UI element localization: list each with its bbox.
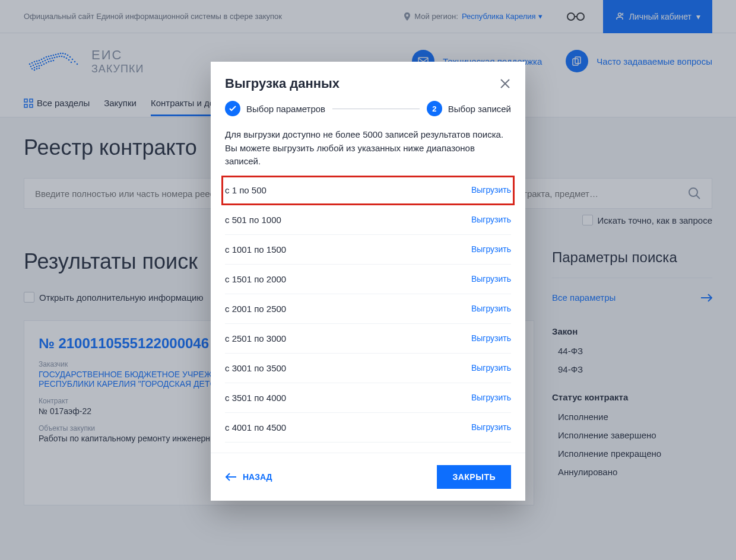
back-button[interactable]: НАЗАД — [225, 472, 272, 482]
export-range-button[interactable]: Выгрузить — [471, 363, 511, 373]
export-range-button[interactable]: Выгрузить — [471, 215, 511, 224]
modal-description: Для выгрузки доступно не более 5000 запи… — [211, 128, 525, 176]
step-2-number: 2 — [427, 101, 442, 116]
step-1: Выбор параметров — [225, 101, 325, 116]
export-range-button[interactable]: Выгрузить — [471, 333, 511, 343]
range-label: с 501 по 1000 — [225, 215, 281, 225]
range-label: с 4001 по 4500 — [225, 422, 286, 432]
export-range-button[interactable]: Выгрузить — [471, 274, 511, 284]
range-row: с 1001 по 1500Выгрузить — [225, 235, 511, 265]
check-icon — [225, 101, 240, 116]
export-range-button[interactable]: Выгрузить — [471, 422, 511, 432]
range-list[interactable]: с 1 по 500Выгрузитьс 501 по 1000Выгрузит… — [211, 176, 525, 453]
close-button[interactable]: ЗАКРЫТЬ — [437, 465, 511, 489]
arrow-left-icon — [225, 473, 237, 481]
range-row: с 501 по 1000Выгрузить — [225, 205, 511, 235]
range-label: с 2001 по 2500 — [225, 304, 286, 314]
range-row: с 4001 по 4500Выгрузить — [225, 413, 511, 443]
stepper: Выбор параметров 2 Выбор записей — [211, 101, 525, 128]
range-label: с 1001 по 1500 — [225, 244, 286, 254]
range-row: с 1501 по 2000Выгрузить — [225, 265, 511, 294]
export-modal: Выгрузка данных Выбор параметров 2 Выбор… — [211, 62, 525, 501]
range-label: с 2501 по 3000 — [225, 333, 286, 343]
range-label: с 1501 по 2000 — [225, 274, 286, 284]
range-label: с 1 по 500 — [225, 185, 267, 195]
range-label: с 3501 по 4000 — [225, 393, 286, 403]
range-row: с 2001 по 2500Выгрузить — [225, 294, 511, 324]
export-range-button[interactable]: Выгрузить — [471, 185, 511, 195]
modal-overlay[interactable]: Выгрузка данных Выбор параметров 2 Выбор… — [0, 0, 736, 560]
range-label: с 3001 по 3500 — [225, 363, 286, 373]
range-row: с 3501 по 4000Выгрузить — [225, 383, 511, 413]
modal-title: Выгрузка данных — [225, 76, 340, 91]
step-2: 2 Выбор записей — [427, 101, 511, 116]
export-range-button[interactable]: Выгрузить — [471, 244, 511, 254]
close-icon[interactable] — [499, 78, 511, 90]
range-row: с 2501 по 3000Выгрузить — [225, 324, 511, 354]
range-row: с 3001 по 3500Выгрузить — [225, 354, 511, 383]
export-range-button[interactable]: Выгрузить — [471, 304, 511, 313]
range-row: с 1 по 500Выгрузить — [221, 176, 515, 205]
export-range-button[interactable]: Выгрузить — [471, 393, 511, 402]
